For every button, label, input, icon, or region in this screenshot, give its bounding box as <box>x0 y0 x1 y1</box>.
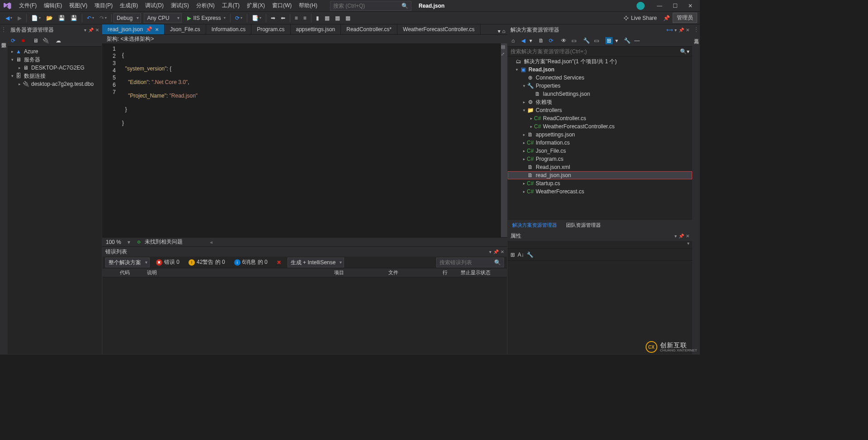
build-intellisense-dropdown[interactable]: 生成 + IntelliSense <box>288 257 344 267</box>
open-file-button[interactable]: 📂 <box>44 14 55 22</box>
connect-server-icon[interactable]: 🖥 <box>32 37 39 44</box>
tab-read-json[interactable]: read_json.json📌✕ <box>102 24 165 34</box>
run-button[interactable]: ▶IIS Express▾ <box>185 14 227 22</box>
sol-showall-icon[interactable]: 👁 <box>560 37 567 44</box>
error-search[interactable]: 🔍 <box>436 257 504 267</box>
admin-badge[interactable]: 管理员 <box>673 13 697 23</box>
col-project[interactable]: 项目 <box>330 269 385 276</box>
sol-home-icon[interactable]: ⌂ <box>509 37 517 44</box>
undo-button[interactable]: ↶▾ <box>85 14 96 22</box>
sol-readxml[interactable]: 🗎Read.json.xml <box>508 163 692 171</box>
panel-close-icon[interactable]: ✕ <box>95 28 99 33</box>
menu-debug[interactable]: 调试(D) <box>142 0 167 11</box>
tab-program[interactable]: Program.cs <box>251 24 290 34</box>
sol-close-icon[interactable]: ✕ <box>686 28 689 33</box>
sol-pin-icon[interactable]: 📌 <box>679 28 684 33</box>
sol-appsettings[interactable]: ▸🗎appsettings.json <box>508 131 692 139</box>
tab-readcontroller[interactable]: ReadController.cs* <box>341 24 397 34</box>
toolbox-tab[interactable]: 工具箱 <box>693 33 700 38</box>
code-content[interactable]: { "system_version": { "Edition": ".Net C… <box>122 43 501 237</box>
tab-overflow-icon[interactable]: ▾ <box>498 28 500 34</box>
save-button[interactable]: 💾 <box>57 14 67 22</box>
prop-close-icon[interactable]: ✕ <box>686 234 689 239</box>
outdent-button[interactable]: ⬅ <box>279 14 287 22</box>
tab-pin-icon[interactable]: 📌 <box>146 26 152 33</box>
menu-tools[interactable]: 工具(T) <box>218 0 243 11</box>
indent-button[interactable]: ➡ <box>269 14 277 22</box>
menu-edit[interactable]: 编辑(E) <box>40 0 66 11</box>
config-dropdown[interactable]: Debug <box>113 13 141 23</box>
sol-dropdown-icon[interactable]: ▾ <box>675 28 677 33</box>
layout-button[interactable]: 📑▾ <box>250 14 263 22</box>
tab-weatherctrl[interactable]: WeatherForecastController.cs <box>397 24 481 34</box>
error-search-input[interactable] <box>439 259 494 266</box>
sol-properties-icon[interactable]: 🔧 <box>583 37 590 44</box>
misc-button-1[interactable]: ▦ <box>323 14 331 22</box>
misc-button-3[interactable]: ▦ <box>344 14 352 22</box>
sol-controllers[interactable]: ▾📁Controllers <box>508 106 692 114</box>
prop-expand-icon[interactable]: ▾ <box>687 241 689 248</box>
menu-view[interactable]: 视图(V) <box>66 0 91 11</box>
sol-weatherctrl[interactable]: ▸C#WeatherForecastController.cs <box>508 122 692 131</box>
sol-refresh-icon[interactable]: ⟳ <box>547 37 555 44</box>
sol-sync-icon[interactable]: 🗎 <box>538 37 545 44</box>
warnings-filter[interactable]: !42警告 的 0 <box>186 258 228 266</box>
sol-toggle-icon[interactable]: — <box>633 37 641 44</box>
zoom-level[interactable]: 100 % <box>106 239 121 245</box>
sol-info[interactable]: ▸C#Information.cs <box>508 139 692 147</box>
menu-file[interactable]: 文件(F) <box>15 0 40 11</box>
minimize-button[interactable]: — <box>652 1 667 11</box>
comment-button[interactable]: ≡ <box>293 14 300 22</box>
menu-test[interactable]: 测试(S) <box>167 0 193 11</box>
prop-dropdown-icon[interactable]: ▾ <box>675 234 677 239</box>
error-scope-dropdown[interactable]: 整个解决方案 <box>105 257 150 267</box>
bookmark-button[interactable]: ▮ <box>314 14 321 22</box>
sol-deps[interactable]: ▸⚙依赖项 <box>508 98 692 106</box>
col-suppress[interactable]: 禁止显示状态 <box>457 269 507 276</box>
sol-launchsettings[interactable]: 🗎launchSettings.json <box>508 90 692 98</box>
connect-db-icon[interactable]: 🔌 <box>42 37 49 44</box>
menu-extensions[interactable]: 扩展(X) <box>243 0 269 11</box>
misc-button-2[interactable]: ▦ <box>333 14 342 22</box>
platform-dropdown[interactable]: Any CPU <box>144 13 182 23</box>
col-line[interactable]: 行 <box>439 269 457 276</box>
save-all-button[interactable]: 💾 <box>69 14 79 22</box>
errorlist-close-icon[interactable]: ✕ <box>500 249 504 254</box>
tab-information[interactable]: Information.cs <box>206 24 251 34</box>
redo-button[interactable]: ↷▾ <box>98 14 108 22</box>
sol-collapse-icon[interactable]: ▭ <box>570 37 577 44</box>
tree-servers[interactable]: ▾🖥服务器 <box>8 56 102 64</box>
menu-help[interactable]: 帮助(H) <box>295 0 321 11</box>
errors-filter[interactable]: ✖错误 0 <box>153 258 182 266</box>
sol-wrench-icon[interactable]: 🔧 <box>623 37 631 44</box>
sol-back-icon[interactable]: ◀ <box>519 37 527 44</box>
expand-icon[interactable]: ⤢ <box>501 51 506 57</box>
sol-connected[interactable]: ⊕Connected Services <box>508 74 692 82</box>
sol-program[interactable]: ▸C#Program.cs <box>508 155 692 163</box>
feedback-button[interactable]: 📌 <box>661 14 672 22</box>
prop-wrench-icon[interactable]: 🔧 <box>527 252 533 258</box>
tab-home-icon[interactable]: ⌂ <box>502 28 505 34</box>
sol-jsonfile[interactable]: ▸C#Json_File.cs <box>508 147 692 155</box>
sol-project[interactable]: ▾▣Read.json <box>508 66 692 74</box>
browse-button[interactable]: ⟳▾ <box>233 14 244 22</box>
uncomment-button[interactable]: ≡ <box>302 14 308 22</box>
menu-analyze[interactable]: 分析(N) <box>193 0 218 11</box>
alphabetical-icon[interactable]: A↓ <box>518 252 524 258</box>
nav-forward-button[interactable]: ▶ <box>16 14 24 22</box>
col-file[interactable]: 文件 <box>385 269 439 276</box>
tab-close-icon[interactable]: ✕ <box>155 27 159 32</box>
errorlist-pin-icon[interactable]: 📌 <box>493 249 499 254</box>
editor-scrollbar[interactable] <box>501 43 507 237</box>
tab-solution-explorer[interactable]: 解决方案资源管理器 <box>508 220 561 230</box>
tree-server-1[interactable]: ▸🖥DESKTOP-AC7G2EG <box>8 64 102 72</box>
panel-pin-icon[interactable]: 📌 <box>88 28 94 33</box>
split-icon[interactable]: ▤ <box>501 44 506 50</box>
liveshare-button[interactable]: Live Share <box>623 15 657 21</box>
messages-filter[interactable]: i6消息 的 0 <box>231 258 270 266</box>
quick-search-input[interactable] <box>333 3 401 9</box>
tree-db-1[interactable]: ▸🔌desktop-ac7g2eg.test.dbo <box>8 80 102 88</box>
tab-team-explorer[interactable]: 团队资源管理器 <box>561 220 605 230</box>
tab-appsettings[interactable]: appsettings.json <box>291 24 341 34</box>
quick-search[interactable]: 🔍 <box>330 1 411 11</box>
